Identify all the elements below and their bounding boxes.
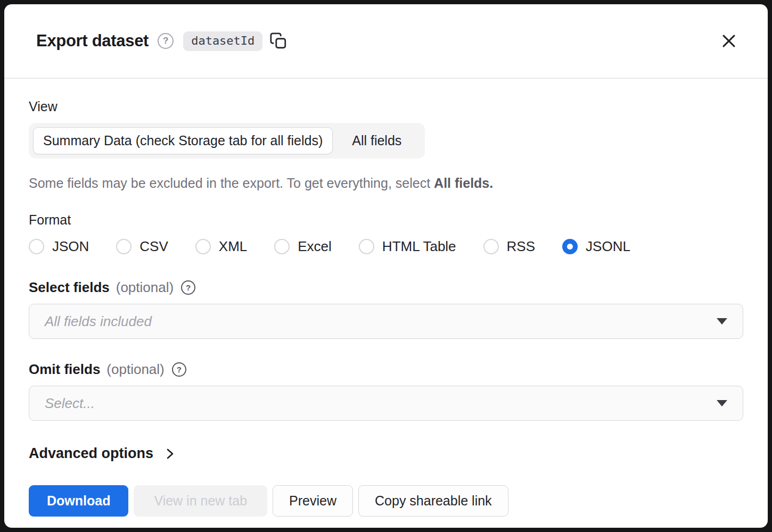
help-circle-icon[interactable]: ? <box>158 33 174 49</box>
action-button-row: Download View in new tab Preview Copy sh… <box>29 485 743 517</box>
omit-fields-label: Omit fields <box>29 361 100 378</box>
format-radio-json[interactable]: JSON <box>29 238 89 255</box>
view-segmented-control: Summary Data (check Storage tab for all … <box>29 123 425 159</box>
radio-label: XML <box>219 238 247 255</box>
radio-label: Excel <box>298 238 332 255</box>
view-option-all-fields[interactable]: All fields <box>333 127 421 154</box>
advanced-options-label: Advanced options <box>29 445 153 462</box>
radio-label: JSONL <box>586 238 630 255</box>
select-fields-placeholder: All fields included <box>45 313 152 330</box>
radio-circle <box>195 239 211 254</box>
format-radio-xml[interactable]: XML <box>195 238 247 255</box>
copy-shareable-link-button[interactable]: Copy shareable link <box>358 485 508 517</box>
radio-circle <box>274 239 290 254</box>
format-radio-jsonl[interactable]: JSONL <box>562 238 630 255</box>
download-button[interactable]: Download <box>29 485 128 517</box>
view-helper-text: Some fields may be excluded in the expor… <box>29 176 743 191</box>
format-radio-csv[interactable]: CSV <box>116 238 168 255</box>
select-fields-optional: (optional) <box>116 279 174 296</box>
modal-header: Export dataset ? datasetId <box>4 4 768 79</box>
radio-circle <box>359 239 374 254</box>
modal-body: View Summary Data (check Storage tab for… <box>4 79 768 517</box>
omit-fields-placeholder: Select... <box>45 395 95 412</box>
omit-fields-optional: (optional) <box>106 361 164 378</box>
radio-circle <box>562 239 578 254</box>
help-circle-icon[interactable]: ? <box>172 362 186 377</box>
close-button[interactable] <box>720 32 738 50</box>
radio-label: JSON <box>52 238 89 255</box>
select-fields-dropdown[interactable]: All fields included <box>29 304 743 339</box>
select-fields-label: Select fields <box>29 279 110 296</box>
helper-text-prefix: Some fields may be excluded in the expor… <box>29 176 434 190</box>
radio-label: HTML Table <box>382 238 456 255</box>
radio-label: CSV <box>139 238 168 255</box>
chevron-down-icon <box>717 400 727 406</box>
chevron-down-icon <box>717 318 727 325</box>
chevron-right-icon <box>163 447 176 460</box>
close-icon <box>720 32 738 50</box>
advanced-options-toggle[interactable]: Advanced options <box>29 445 176 462</box>
helper-text-emphasis: All fields. <box>434 176 493 190</box>
dataset-id-badge: datasetId <box>183 31 262 51</box>
preview-button[interactable]: Preview <box>273 485 353 517</box>
view-label: View <box>29 99 743 114</box>
format-radio-group: JSON CSV XML Excel HTML Table RSS <box>29 238 743 255</box>
copy-dataset-id-button[interactable] <box>269 32 288 50</box>
omit-fields-dropdown[interactable]: Select... <box>29 386 743 421</box>
radio-circle <box>483 239 499 254</box>
format-label: Format <box>29 212 743 228</box>
radio-label: RSS <box>507 238 535 255</box>
view-option-summary-data[interactable]: Summary Data (check Storage tab for all … <box>33 127 333 154</box>
omit-fields-label-row: Omit fields (optional) ? <box>29 361 743 378</box>
format-radio-html-table[interactable]: HTML Table <box>359 238 456 255</box>
radio-circle <box>116 239 132 254</box>
help-circle-icon[interactable]: ? <box>181 280 195 295</box>
format-radio-excel[interactable]: Excel <box>274 238 332 255</box>
page-title: Export dataset <box>36 31 149 51</box>
radio-circle <box>29 239 44 254</box>
export-dataset-modal: Export dataset ? datasetId View S <box>4 4 768 528</box>
view-in-new-tab-button[interactable]: View in new tab <box>134 485 267 517</box>
copy-icon <box>269 32 288 50</box>
format-radio-rss[interactable]: RSS <box>483 238 535 255</box>
select-fields-label-row: Select fields (optional) ? <box>29 279 743 296</box>
